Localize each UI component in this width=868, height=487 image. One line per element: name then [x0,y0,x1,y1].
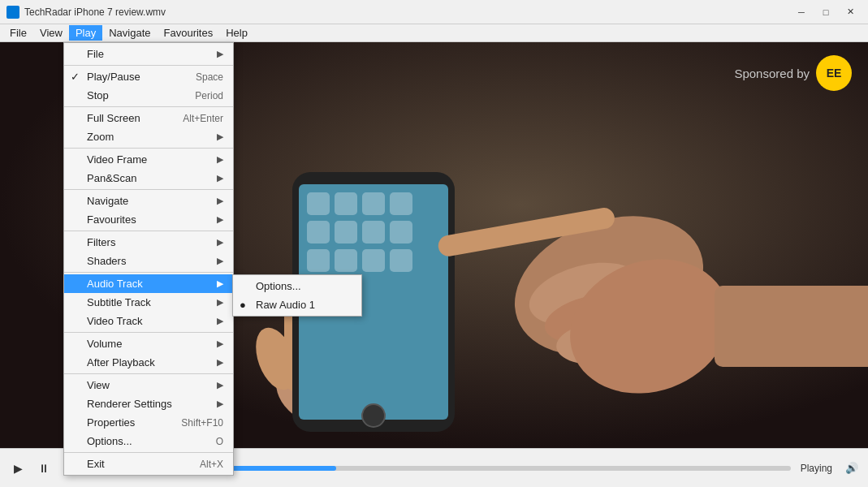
sponsored-text: Sponsored by [734,67,810,80]
arrow-shaders-icon: ▶ [217,256,223,266]
app-icon [6,6,19,19]
arrow-videoframe-icon: ▶ [217,154,223,165]
arrow-navigate-icon: ▶ [217,196,223,206]
arrow-favourites-icon: ▶ [217,214,223,225]
separator-4 [64,189,233,190]
menu-row-audiotrack[interactable]: Audio Track ▶ [64,274,233,293]
shortcut-options: O [216,436,223,447]
menu-row-playpause[interactable]: ✓ Play/Pause Space [64,67,233,86]
separator-2 [64,106,233,107]
shortcut-exit: Alt+X [200,459,223,470]
svg-rect-15 [335,221,357,244]
shortcut-playpause: Space [196,71,223,83]
menu-label-file: File [87,48,104,60]
menu-row-shaders[interactable]: Shaders ▶ [64,252,233,270]
menu-row-navigate[interactable]: Navigate ▶ [64,192,233,210]
menu-row-file[interactable]: File ▶ [64,45,233,63]
svg-rect-20 [362,249,385,272]
arrow-icon: ▶ [217,49,223,59]
arrow-videotrack-icon: ▶ [217,316,223,326]
arrow-volume-icon: ▶ [217,338,223,349]
pause-button[interactable]: ⏸ [32,457,55,480]
menu-row-stop[interactable]: Stop Period [64,86,233,105]
menu-label-fullscreen: Full Screen [87,112,140,124]
menu-row-exit[interactable]: Exit Alt+X [64,455,233,473]
menu-row-subtitletrack[interactable]: Subtitle Track ▶ [64,293,233,312]
menu-row-zoom[interactable]: Zoom ▶ [64,127,233,146]
menu-view[interactable]: View [33,25,69,41]
arrow-subtitletrack-icon: ▶ [217,297,223,308]
minimize-button[interactable]: ─ [790,4,813,20]
menu-navigate[interactable]: Navigate [102,25,157,41]
svg-rect-18 [307,249,330,272]
menu-row-view[interactable]: View ▶ [64,376,233,394]
menu-play[interactable]: Play [69,25,102,41]
volume-icon[interactable]: 🔊 [842,459,862,478]
menu-label-properties: Properties [87,416,135,429]
submenu-label-rawaudio1: Raw Audio 1 [256,299,315,311]
menu-help[interactable]: Help [219,25,254,41]
menu-row-fullscreen[interactable]: Full Screen Alt+Enter [64,109,233,127]
menu-row-volume[interactable]: Volume ▶ [64,334,233,353]
menu-label-zoom: Zoom [87,131,114,143]
menu-row-panscan[interactable]: Pan&Scan ▶ [64,169,233,187]
svg-rect-11 [335,192,357,215]
menu-label-shaders: Shaders [87,255,126,267]
menu-label-filters: Filters [87,236,115,248]
menu-row-videotrack[interactable]: Video Track ▶ [64,312,233,330]
menu-file[interactable]: File [3,25,33,41]
svg-rect-19 [335,249,357,272]
svg-point-22 [362,404,385,427]
menu-favourites[interactable]: Favourites [158,25,220,41]
arrow-audiotrack-icon: ▶ [217,278,223,289]
menu-label-panscan: Pan&Scan [87,172,136,184]
menu-label-afterplayback: After Playback [87,356,155,368]
shortcut-stop: Period [195,90,223,101]
svg-rect-14 [307,221,330,244]
arrow-panscan-icon: ▶ [217,173,223,183]
menu-label-playpause: Play/Pause [87,71,140,83]
menu-row-afterplayback[interactable]: After Playback ▶ [64,353,233,372]
svg-rect-16 [362,221,385,244]
menubar: File View Play Navigate Favourites Help [0,24,868,42]
submenu-row-rawaudio1[interactable]: ● Raw Audio 1 [233,295,361,314]
titlebar: TechRadar iPhone 7 review.wmv ─ □ ✕ [0,0,868,24]
menu-label-renderersettings: Renderer Settings [87,398,172,410]
menu-label-videotrack: Video Track [87,315,142,327]
shortcut-properties: Shift+F10 [181,417,223,429]
close-button[interactable]: ✕ [839,4,862,20]
arrow-renderersettings-icon: ▶ [217,399,223,409]
menu-label-subtitletrack: Subtitle Track [87,296,151,308]
shortcut-fullscreen: Alt+Enter [183,113,223,124]
separator-5 [64,231,233,231]
menu-label-options: Options... [87,435,132,447]
maximize-button[interactable]: □ [814,4,837,20]
arrow-zoom-icon: ▶ [217,131,223,142]
menu-label-audiotrack: Audio Track [87,278,143,290]
menu-row-favourites[interactable]: Favourites ▶ [64,210,233,229]
menu-label-favourites: Favourites [87,213,136,226]
menu-label-view: View [87,379,110,391]
audio-submenu: Options... ● Raw Audio 1 [232,274,362,317]
svg-rect-17 [390,221,412,244]
separator-8 [64,373,233,374]
menu-row-videoframe[interactable]: Video Frame ▶ [64,150,233,169]
menu-label-videoframe: Video Frame [87,153,147,166]
separator-7 [64,332,233,333]
svg-rect-10 [307,192,330,215]
sponsor-logo: EE [816,55,852,91]
separator-3 [64,148,233,149]
menu-row-properties[interactable]: Properties Shift+F10 [64,413,233,432]
play-button[interactable]: ▶ [6,457,29,480]
separator-6 [64,272,233,273]
menu-row-filters[interactable]: Filters ▶ [64,233,233,252]
submenu-row-options[interactable]: Options... [233,277,361,295]
play-menu: File ▶ ✓ Play/Pause Space Stop Period Fu… [63,42,234,476]
window-title: TechRadar iPhone 7 review.wmv [24,6,790,18]
check-icon: ✓ [71,71,80,83]
separator-1 [64,65,233,66]
menu-label-volume: Volume [87,338,122,350]
status-text: Playing [801,463,832,474]
menu-row-options[interactable]: Options... O [64,432,233,450]
menu-row-renderersettings[interactable]: Renderer Settings ▶ [64,394,233,413]
